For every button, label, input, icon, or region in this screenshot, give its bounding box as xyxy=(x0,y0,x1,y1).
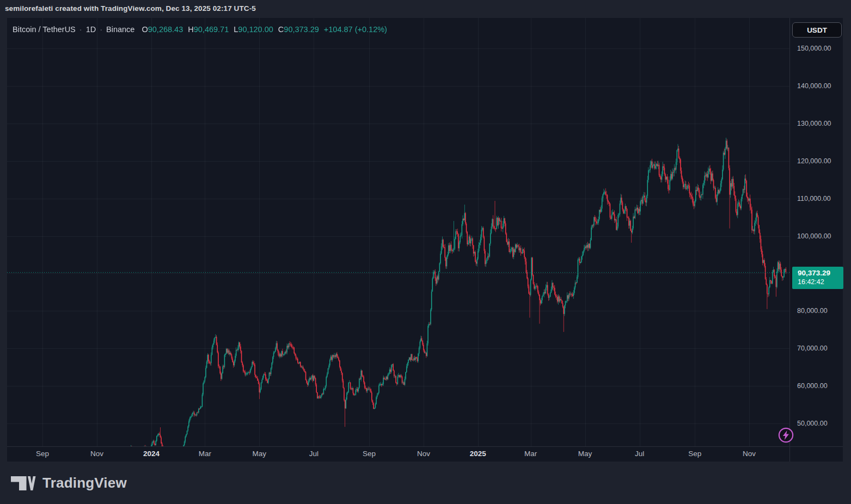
symbol-title[interactable]: Bitcoin / TetherUS xyxy=(13,25,76,34)
change-value: +104.87 (+0.12%) xyxy=(324,25,387,34)
tradingview-logo-icon xyxy=(11,476,36,490)
separator-dot: · xyxy=(100,25,102,34)
time-axis-month-label: Nov xyxy=(743,450,756,458)
price-axis-label: 120,000.00 xyxy=(797,157,831,165)
time-axis-month-label: Jul xyxy=(309,450,319,458)
price-axis-label: 110,000.00 xyxy=(797,195,831,202)
price-axis-label: 50,000.00 xyxy=(797,420,828,427)
price-axis-label: 100,000.00 xyxy=(797,232,831,240)
time-axis-month-label: May xyxy=(253,450,267,458)
price-axis-label: 130,000.00 xyxy=(797,120,831,127)
last-price-badge: 90,373.29 16:42:42 xyxy=(792,267,843,289)
interval-label[interactable]: 1D xyxy=(86,25,96,34)
low-value: L90,120.00 xyxy=(234,25,273,34)
open-value: O90,268.43 xyxy=(142,25,183,34)
close-value: C90,373.29 xyxy=(278,25,319,34)
price-axis-label: 80,000.00 xyxy=(797,307,828,315)
price-axis-label: 140,000.00 xyxy=(797,82,831,90)
price-axis-label: 60,000.00 xyxy=(797,382,828,390)
candlestick-chart[interactable] xyxy=(7,18,789,446)
time-axis-month-label: Sep xyxy=(688,450,701,458)
lightning-icon xyxy=(777,427,794,444)
time-axis-month-label: Sep xyxy=(363,450,376,458)
time-axis-month-label: Nov xyxy=(90,450,103,458)
price-axis-label: 70,000.00 xyxy=(797,345,828,352)
last-price-value: 90,373.29 xyxy=(798,268,843,278)
ohlc-values: O90,268.43 H90,469.71 L90,120.00 C90,373… xyxy=(142,25,319,34)
bar-countdown: 16:42:42 xyxy=(798,278,843,287)
attribution-text: semilorefaleti created with TradingView.… xyxy=(5,4,256,13)
time-axis-month-label: Mar xyxy=(199,450,211,458)
time-axis-month-label: Sep xyxy=(36,450,49,458)
time-axis-month-label: May xyxy=(578,450,592,458)
time-axis-year-label: 2025 xyxy=(470,450,486,458)
price-scale[interactable]: 50,000.0060,000.0070,000.0080,000.0090,0… xyxy=(790,18,843,446)
tradingview-logo[interactable]: TradingView xyxy=(11,475,127,491)
lightning-button[interactable] xyxy=(777,427,794,444)
time-axis-month-label: Mar xyxy=(524,450,537,458)
tradingview-snapshot: semilorefaleti created with TradingView.… xyxy=(0,0,851,504)
tradingview-logo-text: TradingView xyxy=(42,475,127,491)
symbol-header[interactable]: Bitcoin / TetherUS · 1D · Binance O90,26… xyxy=(13,25,387,34)
attribution-bar: semilorefaleti created with TradingView.… xyxy=(5,0,256,16)
time-axis-month-label: Jul xyxy=(635,450,644,458)
high-value: H90,469.71 xyxy=(188,25,229,34)
time-axis-month-label: Nov xyxy=(417,450,430,458)
exchange-label: Binance xyxy=(106,25,134,34)
price-axis-label: 150,000.00 xyxy=(797,45,831,52)
time-axis-year-label: 2024 xyxy=(143,450,160,458)
separator-dot: · xyxy=(79,25,82,34)
time-axis[interactable]: SepNov2024MarMayJulSepNov2025MarMayJulSe… xyxy=(7,446,789,462)
